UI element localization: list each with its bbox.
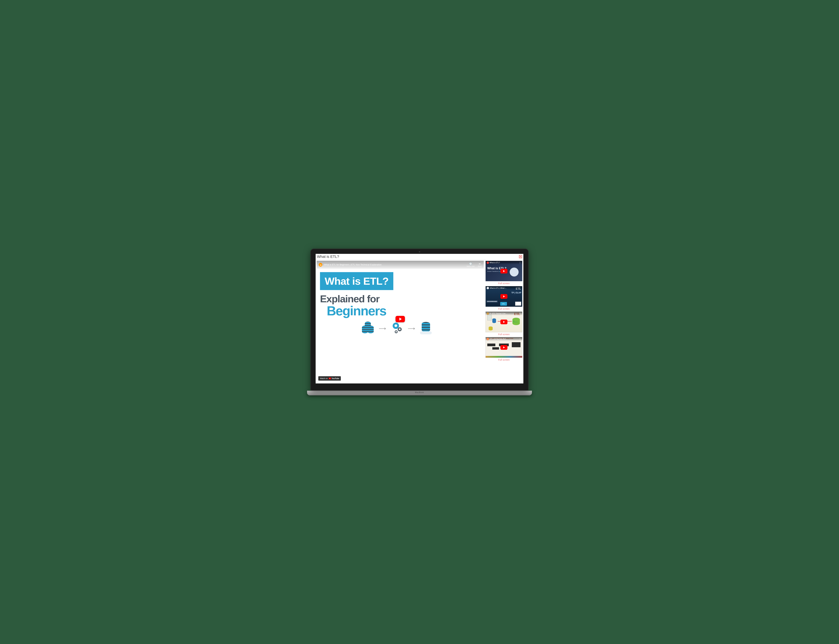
close-button[interactable]: ✕ (519, 255, 522, 258)
webcam-dot (419, 251, 420, 253)
laptop-model-label: MacBook (415, 391, 424, 393)
play-button[interactable] (396, 316, 405, 322)
thumb-overlay-sub: Extract-Transform-Load (487, 271, 501, 272)
share-icon: ➦ (479, 263, 481, 265)
screen-bezel: What is ETL? ✕ ☁ What is ETL for Beginne… (310, 249, 529, 391)
thumb-title: What is ETL? (490, 262, 518, 264)
thumb-title: What is ETL | What i… (490, 287, 518, 289)
video-title[interactable]: What is ETL for Beginners | ETL Non-Tech… (324, 263, 465, 266)
page-header: What is ETL? ✕ (316, 254, 523, 260)
channel-avatar-icon[interactable]: ☁ (319, 263, 322, 266)
laptop-frame: What is ETL? ✕ ☁ What is ETL for Beginne… (310, 249, 529, 396)
channel-avatar-icon (486, 261, 489, 264)
more-options-icon[interactable]: ⋮ (519, 338, 521, 340)
thumb-title: 3 - ETL Tutorial | Extr… (490, 313, 518, 315)
play-icon (500, 320, 508, 324)
etl-diagram: ⟶ ⟶ (320, 322, 480, 335)
fullscreen-link[interactable]: Full screen (498, 282, 509, 285)
screen: What is ETL? ✕ ☁ What is ETL for Beginne… (316, 254, 523, 384)
related-video: talend What is ETL? Extract-Transform-Lo… (485, 261, 523, 285)
database-icon (492, 319, 496, 323)
share-label: Share (478, 265, 482, 267)
thumb-oltp-label: TP | OLAP (511, 292, 521, 294)
video-thumbnail[interactable]: ETL TP | OLAP DATA WAREHOUSE ETL ◎ What … (485, 286, 523, 307)
clock-icon: 🕒 (469, 263, 472, 265)
slide-headline: What is ETL? (320, 272, 393, 290)
chart-icon (515, 302, 521, 306)
slide-subhead: Explained for (320, 293, 480, 305)
more-options-icon[interactable]: ⋮ (519, 261, 521, 264)
thumb-dw-label: DATA WAREHOUSE (486, 301, 498, 302)
video-thumbnail[interactable]: EVOLUTION OF ENTERPRISE ANALYTICS ◆ ETL … (485, 337, 523, 358)
play-icon (500, 269, 508, 273)
main-video-player[interactable]: ☁ What is ETL for Beginners | ETL Non-Te… (316, 261, 484, 383)
thumb-etl-box: ETL (500, 302, 507, 306)
related-video: ETL Data Warehouse 3 - ETL Tutorial | Ex… (485, 312, 523, 336)
play-icon (399, 317, 402, 320)
watch-on-youtube-button[interactable]: Watch on YouTube (318, 376, 341, 381)
video-slide: What is ETL? Explained for Beginners (316, 269, 484, 383)
source-databases-icon (362, 323, 374, 334)
laptop-base: MacBook (307, 391, 532, 395)
watch-later-button[interactable]: 🕒 Watch Later (466, 263, 475, 267)
watch-later-label: Watch Later (466, 265, 475, 267)
portrait-icon (487, 315, 492, 320)
channel-avatar-icon: ◆ (486, 338, 489, 340)
more-options-icon[interactable]: ⋮ (519, 287, 521, 289)
fullscreen-link[interactable]: Full screen (498, 307, 509, 310)
play-icon (500, 294, 508, 299)
channel-avatar-icon (486, 312, 489, 315)
more-options-icon[interactable]: ⋮ (519, 312, 521, 315)
related-video: ETL TP | OLAP DATA WAREHOUSE ETL ◎ What … (485, 286, 523, 310)
share-button[interactable]: ➦ Share (478, 263, 482, 267)
watch-on-prefix: Watch on (320, 378, 328, 380)
content-row: ☁ What is ETL for Beginners | ETL Non-Te… (316, 260, 523, 383)
transform-gears-icon (391, 323, 403, 334)
page-title: What is ETL? (317, 255, 339, 259)
arrow-right-icon: ⟶ (379, 325, 386, 331)
related-video: EVOLUTION OF ENTERPRISE ANALYTICS ◆ ETL … (485, 337, 523, 361)
thumb-title: ETL and big data Bul… (490, 338, 518, 340)
database-icon (489, 327, 493, 330)
arrow-right-icon: ⟶ (408, 325, 415, 331)
target-database-icon (420, 322, 432, 335)
related-videos-sidebar: talend What is ETL? Extract-Transform-Lo… (485, 261, 523, 383)
datawarehouse-icon: Data Warehouse (513, 318, 520, 325)
video-top-actions: 🕒 Watch Later ➦ Share (466, 263, 482, 267)
fullscreen-link[interactable]: Full screen (498, 333, 509, 336)
video-top-bar: ☁ What is ETL for Beginners | ETL Non-Te… (316, 261, 484, 269)
youtube-logo-icon: YouTube (329, 378, 339, 380)
play-icon (500, 345, 508, 350)
video-thumbnail[interactable]: ETL Data Warehouse 3 - ETL Tutorial | Ex… (485, 312, 523, 332)
fullscreen-link[interactable]: Full screen (498, 358, 509, 361)
channel-avatar-icon: ◎ (486, 287, 489, 289)
video-thumbnail[interactable]: talend What is ETL? Extract-Transform-Lo… (485, 261, 523, 281)
